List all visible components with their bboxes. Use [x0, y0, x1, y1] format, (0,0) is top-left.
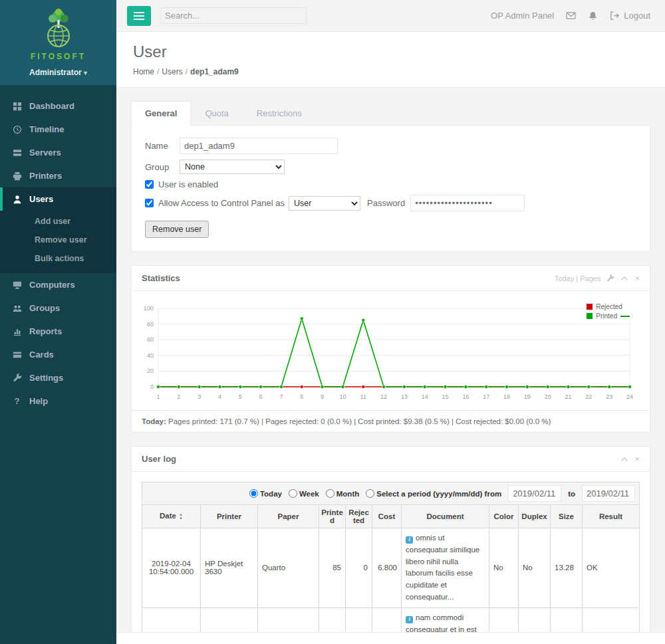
close-icon[interactable]: × [634, 455, 640, 463]
menu-toggle-button[interactable] [127, 6, 151, 26]
period-today-radio[interactable]: Today [249, 489, 282, 498]
cell-document: iomnis ut consequatur similique libero n… [402, 528, 489, 608]
column-cost[interactable]: Cost [372, 505, 402, 528]
period-to-input[interactable] [582, 485, 635, 502]
breadcrumb: Home/Users/dep1_adam9 [133, 67, 648, 76]
password-field[interactable] [410, 195, 525, 211]
breadcrumb-home[interactable]: Home [133, 67, 154, 76]
cell-duplex: No [519, 528, 551, 608]
close-icon[interactable]: × [634, 274, 640, 282]
notifications-button[interactable] [588, 11, 598, 21]
period-week-radio[interactable]: Week [289, 489, 319, 498]
tab-restrictions[interactable]: Restrictions [243, 101, 316, 126]
sidebar-item-cards[interactable]: Cards [0, 343, 116, 366]
period-week-label: Week [299, 490, 319, 498]
cell-document: inam commodi consequatur et in est rerum… [402, 607, 489, 632]
enabled-checkbox[interactable] [145, 180, 154, 189]
svg-text:9: 9 [321, 393, 324, 400]
sidebar-group-users: Users Add user Remove user Bulk actions [0, 187, 116, 273]
name-field[interactable] [180, 138, 338, 154]
period-custom-label: Select a period (yyyy/mm/dd) from [376, 490, 501, 498]
sidebar-item-label: Computers [29, 280, 75, 290]
sidebar-item-remove-user[interactable]: Remove user [0, 231, 116, 249]
sidebar-item-bulk-actions[interactable]: Bulk actions [0, 249, 116, 268]
sidebar-item-timeline[interactable]: Timeline [0, 118, 116, 141]
page-content: General Quota Restrictions Name Group No… [116, 88, 665, 632]
brand-logo [33, 7, 84, 51]
period-month-radio[interactable]: Month [326, 489, 359, 498]
svg-text:18: 18 [503, 393, 510, 400]
svg-text:11: 11 [360, 393, 366, 400]
svg-text:19: 19 [524, 393, 531, 400]
user-log-table: Today Week Month Select a period (yyyy/m… [142, 482, 640, 632]
tab-quota[interactable]: Quota [191, 101, 242, 126]
messages-button[interactable] [566, 11, 576, 21]
cell-date: 2019-02-04 07:44:00.000 [142, 607, 201, 632]
sidebar-nav: Dashboard Timeline Servers Printers User… [0, 85, 116, 413]
table-row[interactable]: 2019-02-04 10:54:00.000 HP Deskjet 3630 … [142, 528, 640, 608]
enabled-label: User is enabled [158, 179, 218, 189]
period-from-input[interactable] [508, 485, 561, 502]
svg-text:1: 1 [156, 393, 160, 400]
table-row[interactable]: 2019-02-04 07:44:00.000 HP Deskjet 3630 … [142, 607, 640, 632]
collapse-icon[interactable] [620, 274, 628, 282]
group-select[interactable]: None [180, 160, 285, 174]
summary-text: Pages printed: 171 (0.7 %) | Pages rejec… [168, 417, 551, 425]
cell-result: OK [583, 528, 640, 608]
svg-text:14: 14 [422, 393, 428, 400]
sidebar-item-label: Settings [29, 373, 63, 383]
brand: FITOSOFT Administrator ▾ [0, 0, 116, 85]
chevron-down-icon: ▾ [84, 69, 87, 76]
logout-button[interactable]: Logout [610, 11, 650, 21]
footer [116, 632, 665, 644]
svg-text:5: 5 [239, 393, 242, 400]
cell-color: No [489, 607, 519, 632]
sidebar-item-printers[interactable]: Printers [0, 164, 116, 187]
sidebar-item-groups[interactable]: Groups [0, 296, 116, 320]
name-label: Name [145, 141, 174, 151]
sidebar-item-help[interactable]: ? Help [0, 389, 116, 413]
breadcrumb-current: dep1_adam9 [190, 67, 239, 76]
column-result[interactable]: Result [583, 505, 640, 528]
column-duplex[interactable]: Duplex [519, 505, 551, 528]
column-printed[interactable]: Printed [319, 505, 346, 528]
sidebar-item-servers[interactable]: Servers [0, 141, 116, 164]
search-input[interactable] [160, 7, 307, 24]
general-tab-panel: Name Group None User is enabled Allow Ac… [131, 126, 650, 252]
user-log-title: User log [142, 454, 176, 464]
collapse-icon[interactable] [620, 455, 628, 463]
access-role-select[interactable]: User [289, 196, 360, 211]
sidebar-item-computers[interactable]: Computers [0, 273, 116, 296]
cell-printed: 86 [319, 607, 346, 632]
column-paper[interactable]: Paper [258, 505, 319, 528]
sidebar-item-dashboard[interactable]: Dashboard [0, 94, 116, 118]
column-printer[interactable]: Printer [201, 505, 258, 528]
period-month-label: Month [336, 490, 359, 498]
sidebar-item-settings[interactable]: Settings [0, 366, 116, 389]
sidebar: FITOSOFT Administrator ▾ Dashboard Timel… [0, 0, 116, 644]
column-document[interactable]: Document [402, 505, 489, 528]
sidebar-item-reports[interactable]: Reports [0, 320, 116, 343]
column-date[interactable]: Date▲▼ [142, 505, 201, 528]
wrench-icon[interactable] [606, 274, 614, 282]
column-size[interactable]: Size [551, 505, 583, 528]
sidebar-item-label: Dashboard [29, 101, 74, 111]
sidebar-item-users[interactable]: Users [0, 187, 116, 211]
column-rejected[interactable]: Rejected [346, 505, 372, 528]
logout-icon [610, 11, 620, 21]
users-submenu: Add user Remove user Bulk actions [0, 211, 116, 273]
role-dropdown[interactable]: Administrator ▾ [5, 61, 111, 85]
sidebar-item-add-user[interactable]: Add user [0, 212, 116, 231]
svg-text:13: 13 [401, 393, 408, 400]
access-checkbox[interactable] [145, 199, 154, 207]
rejected-swatch [587, 304, 593, 310]
column-color[interactable]: Color [489, 505, 519, 528]
period-custom-radio[interactable]: Select a period (yyyy/mm/dd) from [366, 489, 501, 498]
statistics-range-label[interactable]: Today | Pages [555, 274, 601, 282]
svg-text:20: 20 [545, 393, 551, 400]
tab-general[interactable]: General [131, 101, 191, 126]
remove-user-button[interactable]: Remove user [145, 221, 209, 238]
breadcrumb-users[interactable]: Users [162, 67, 182, 76]
svg-text:22: 22 [585, 393, 592, 400]
svg-text:2: 2 [177, 393, 180, 400]
